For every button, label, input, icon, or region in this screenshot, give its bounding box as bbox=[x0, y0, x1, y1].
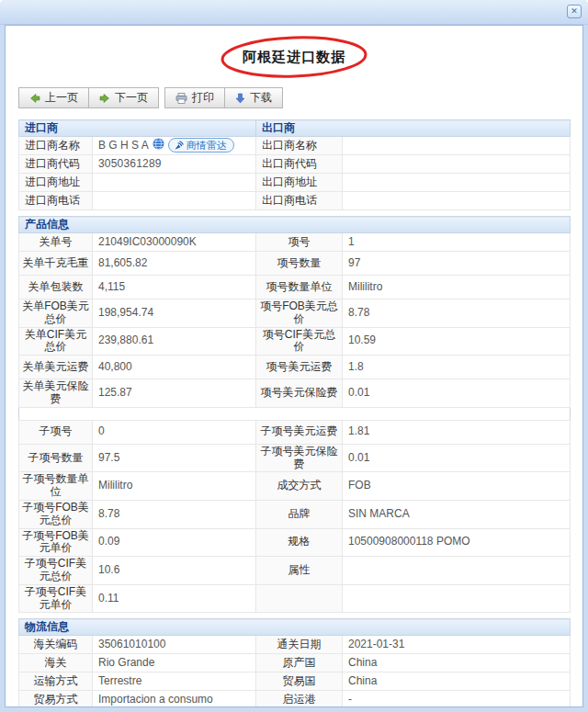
next-page-label: 下一页 bbox=[115, 90, 148, 106]
field-value: China bbox=[343, 654, 571, 672]
field-value: 8.78 bbox=[93, 500, 256, 528]
field-label: 进口商名称 bbox=[19, 137, 93, 155]
prev-page-label: 上一页 bbox=[45, 90, 78, 106]
field-label bbox=[256, 584, 343, 613]
print-button[interactable]: 打印 bbox=[164, 87, 225, 108]
field-value: 40,800 bbox=[93, 356, 256, 379]
field-label: 项号CIF美元总价 bbox=[256, 327, 343, 356]
field-value: China bbox=[343, 672, 571, 691]
field-label: 关单FOB美元总价 bbox=[19, 299, 93, 328]
field-label: 项号美元运费 bbox=[256, 356, 343, 379]
field-label: 项号FOB美元总价 bbox=[256, 299, 343, 328]
field-value: 2021-01-31 bbox=[343, 636, 571, 654]
field-value: 97.5 bbox=[93, 444, 256, 472]
field-label: 贸易方式 bbox=[19, 691, 93, 707]
toolbar: 上一页 下一页 打印 下载 bbox=[18, 87, 582, 108]
field-value: 10.59 bbox=[343, 327, 571, 356]
field-value bbox=[93, 192, 256, 210]
spacer-row bbox=[19, 407, 571, 420]
field-label: 项号数量单位 bbox=[256, 276, 343, 299]
field-label: 进口商电话 bbox=[19, 192, 93, 210]
field-value: 10500908000118 POMO bbox=[343, 528, 571, 557]
field-value: 239,880.61 bbox=[93, 327, 256, 356]
field-value: 0.11 bbox=[93, 584, 256, 613]
field-label: 出口商地址 bbox=[256, 174, 343, 192]
field-value: 1.81 bbox=[343, 420, 571, 444]
field-label: 属性 bbox=[256, 557, 343, 585]
field-label: 子项号美元保险费 bbox=[256, 444, 343, 472]
field-label: 子项号数量单位 bbox=[19, 472, 93, 501]
field-label: 海关 bbox=[19, 654, 93, 672]
prev-page-button[interactable]: 上一页 bbox=[18, 87, 89, 108]
window-titlebar[interactable]: ✕ bbox=[0, 0, 588, 25]
field-label: 关单美元保险费 bbox=[19, 379, 93, 408]
field-value: SIN MARCA bbox=[343, 500, 571, 528]
field-label: 关单包装数 bbox=[19, 276, 93, 299]
field-label: 关单CIF美元总价 bbox=[19, 327, 93, 356]
field-label: 关单千克毛重 bbox=[19, 252, 93, 276]
next-page-button[interactable]: 下一页 bbox=[88, 87, 159, 108]
title-block: 阿根廷进口数据 bbox=[18, 35, 570, 79]
download-button[interactable]: 下载 bbox=[224, 87, 283, 108]
field-value: Rio Grande bbox=[93, 654, 256, 672]
logistics-section-header: 物流信息 bbox=[19, 619, 571, 636]
field-label: 子项号CIF美元单价 bbox=[19, 584, 93, 613]
field-label: 启运港 bbox=[256, 691, 343, 707]
field-label: 通关日期 bbox=[256, 636, 343, 654]
close-icon[interactable]: ✕ bbox=[567, 5, 582, 18]
field-label: 原产国 bbox=[256, 654, 343, 672]
field-value: Importacion a consumo bbox=[93, 691, 256, 707]
field-label: 子项号CIF美元总价 bbox=[19, 557, 93, 585]
download-label: 下载 bbox=[250, 90, 272, 106]
printer-icon bbox=[175, 93, 187, 104]
party-table: 进口商 出口商 进口商名称 B G H S A 商情雷达 bbox=[18, 119, 571, 210]
product-info-table: 产品信息 关单号 21049IC03000090K 项号 1 关单千克毛重 81… bbox=[18, 216, 571, 613]
field-value: 1.8 bbox=[343, 356, 571, 379]
field-value: Mililitro bbox=[93, 472, 256, 501]
arrow-right-icon bbox=[99, 93, 110, 104]
field-value: 21049IC03000090K bbox=[93, 233, 256, 252]
field-value bbox=[343, 155, 571, 174]
field-value: 8.78 bbox=[343, 299, 571, 328]
product-section-header: 产品信息 bbox=[19, 217, 571, 233]
field-value bbox=[343, 137, 571, 155]
field-value bbox=[343, 584, 571, 613]
exporter-section-header: 出口商 bbox=[256, 120, 571, 137]
field-value: 81,605.82 bbox=[93, 252, 256, 276]
field-value bbox=[343, 192, 571, 210]
field-value: FOB bbox=[343, 472, 571, 501]
field-label: 出口商电话 bbox=[256, 192, 343, 210]
field-value bbox=[343, 174, 571, 192]
field-value: 0 bbox=[93, 420, 256, 444]
field-value: - bbox=[343, 691, 571, 707]
importer-section-header: 进口商 bbox=[19, 120, 256, 137]
field-label: 出口商名称 bbox=[256, 137, 343, 155]
field-label: 贸易国 bbox=[256, 672, 343, 691]
field-label: 子项号美元运费 bbox=[256, 420, 343, 444]
field-label: 进口商代码 bbox=[19, 155, 93, 174]
field-value: 0.01 bbox=[343, 444, 571, 472]
page-title: 阿根廷进口数据 bbox=[243, 35, 345, 79]
field-label: 项号数量 bbox=[256, 252, 343, 276]
window-body: 阿根廷进口数据 上一页 下一页 打印 下载 进口商 bbox=[5, 25, 583, 707]
field-value: 125.87 bbox=[93, 379, 256, 408]
field-value: 97 bbox=[343, 252, 571, 276]
globe-icon[interactable] bbox=[153, 138, 164, 153]
field-label: 成交方式 bbox=[256, 472, 343, 501]
field-value: 10.6 bbox=[93, 557, 256, 585]
importer-name-cell: B G H S A 商情雷达 bbox=[93, 137, 256, 155]
radar-icon bbox=[174, 141, 184, 151]
field-value bbox=[93, 174, 256, 192]
importer-name-value: B G H S A bbox=[98, 140, 149, 153]
field-value: 0.01 bbox=[343, 379, 571, 408]
logistics-table: 物流信息 海关编码 35061010100 通关日期 2021-01-31 海关… bbox=[18, 618, 571, 707]
field-value: 4,115 bbox=[93, 276, 256, 299]
field-label: 运输方式 bbox=[19, 672, 93, 691]
download-icon bbox=[235, 93, 245, 104]
field-label: 关单美元运费 bbox=[19, 356, 93, 379]
field-label: 子项号FOB美元单价 bbox=[19, 528, 93, 557]
field-value: 35061010100 bbox=[93, 636, 256, 654]
importer-code-value: 3050361289 bbox=[93, 155, 256, 174]
field-value: 1 bbox=[343, 233, 571, 252]
business-radar-badge[interactable]: 商情雷达 bbox=[168, 138, 234, 153]
